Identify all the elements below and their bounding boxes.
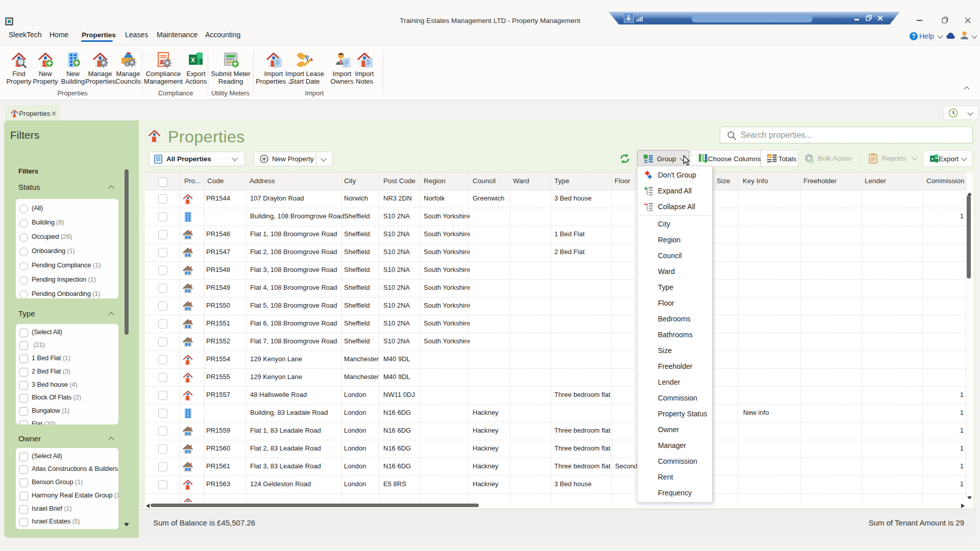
svg-text:X: X (191, 57, 195, 64)
svg-text:X: X (932, 157, 934, 161)
